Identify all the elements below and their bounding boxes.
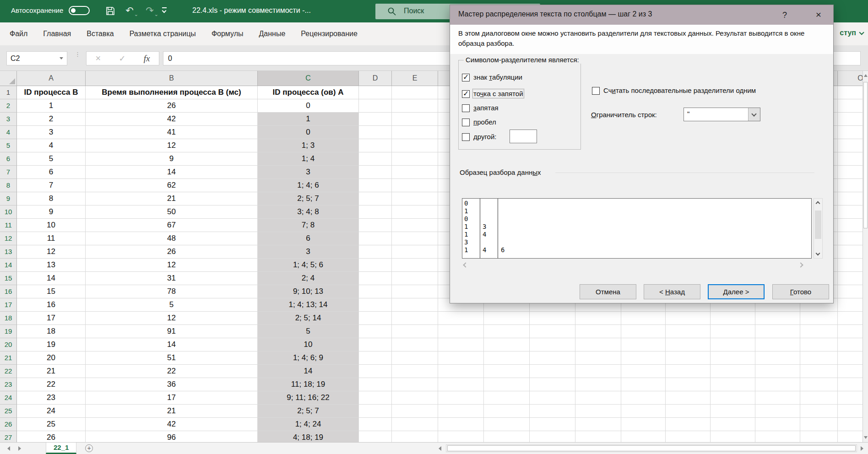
cell-K24[interactable] — [666, 391, 711, 405]
consecutive-checkbox[interactable] — [592, 87, 600, 95]
cell-C4[interactable]: 0 — [258, 126, 359, 139]
cell-G18[interactable] — [484, 312, 530, 325]
consecutive-checkbox-label[interactable]: Считать последовательные разделители одн… — [603, 86, 756, 94]
cell-B14[interactable]: 12 — [86, 259, 258, 272]
semicolon-checkbox-label[interactable]: точка с запятой — [473, 90, 523, 97]
cell-B18[interactable]: 12 — [86, 312, 258, 325]
cell-L19[interactable] — [711, 325, 755, 338]
next-button[interactable]: Далее > — [708, 284, 765, 299]
cell-I22[interactable] — [575, 365, 621, 378]
row-header-3[interactable]: 3 — [0, 113, 17, 126]
cell-D16[interactable] — [359, 285, 392, 298]
cell-E19[interactable] — [392, 325, 438, 338]
cell-E17[interactable] — [392, 298, 438, 312]
tab-checkbox-label[interactable]: знак табуляции — [473, 73, 522, 81]
cell-E9[interactable] — [392, 192, 438, 205]
cell-B10[interactable]: 50 — [86, 205, 258, 219]
cell-H21[interactable] — [530, 351, 575, 365]
cell-L27[interactable] — [711, 431, 755, 442]
preview-scroll-thumb[interactable] — [815, 211, 821, 239]
row-header-26[interactable]: 26 — [0, 418, 17, 431]
cell-E14[interactable] — [392, 259, 438, 272]
semicolon-checkbox[interactable]: ✓ — [462, 90, 470, 98]
cell-A1[interactable]: ID процесса B — [17, 86, 86, 99]
cell-L24[interactable] — [711, 391, 755, 405]
cell-K19[interactable] — [666, 325, 711, 338]
cell-F25[interactable] — [438, 405, 484, 418]
cell-J25[interactable] — [621, 405, 666, 418]
cell-C17[interactable]: 1; 4; 13; 14 — [258, 298, 359, 312]
name-box[interactable]: C2 — [6, 51, 67, 65]
row-header-4[interactable]: 4 — [0, 126, 17, 139]
row-header-24[interactable]: 24 — [0, 391, 17, 405]
cell-B8[interactable]: 62 — [86, 179, 258, 192]
row-header-2[interactable]: 2 — [0, 99, 17, 113]
cell-J27[interactable] — [621, 431, 666, 442]
cell-C2[interactable]: 0 — [258, 99, 359, 113]
cell-E13[interactable] — [392, 245, 438, 259]
cell-N22[interactable] — [800, 365, 838, 378]
cell-H22[interactable] — [530, 365, 575, 378]
cell-D10[interactable] — [359, 205, 392, 219]
cell-A10[interactable]: 9 — [17, 205, 86, 219]
cell-J21[interactable] — [621, 351, 666, 365]
cell-H27[interactable] — [530, 431, 575, 442]
tab-file[interactable]: Файл — [2, 30, 35, 38]
cell-C15[interactable]: 2; 4 — [258, 272, 359, 285]
cell-A24[interactable]: 23 — [17, 391, 86, 405]
cell-J24[interactable] — [621, 391, 666, 405]
cell-E11[interactable] — [392, 219, 438, 232]
cell-D26[interactable] — [359, 418, 392, 431]
cell-D2[interactable] — [359, 99, 392, 113]
cell-L26[interactable] — [711, 418, 755, 431]
cell-C9[interactable]: 2; 5; 7 — [258, 192, 359, 205]
cell-E18[interactable] — [392, 312, 438, 325]
row-header-23[interactable]: 23 — [0, 378, 17, 391]
cell-E15[interactable] — [392, 272, 438, 285]
cell-C19[interactable]: 5 — [258, 325, 359, 338]
row-header-13[interactable]: 13 — [0, 245, 17, 259]
cell-M26[interactable] — [755, 418, 800, 431]
cancel-button[interactable]: Отмена — [580, 284, 636, 299]
cell-C13[interactable]: 3 — [258, 245, 359, 259]
cell-K23[interactable] — [666, 378, 711, 391]
cell-B19[interactable]: 91 — [86, 325, 258, 338]
finish-button[interactable]: Готово — [772, 284, 829, 299]
row-header-21[interactable]: 21 — [0, 351, 17, 365]
row-header-5[interactable]: 5 — [0, 139, 17, 152]
cell-L23[interactable] — [711, 378, 755, 391]
cell-E20[interactable] — [392, 338, 438, 351]
cell-N23[interactable] — [800, 378, 838, 391]
cell-F20[interactable] — [438, 338, 484, 351]
column-header-E[interactable]: E — [392, 71, 438, 86]
cell-N19[interactable] — [800, 325, 838, 338]
help-icon[interactable]: ? — [778, 9, 792, 22]
cell-K26[interactable] — [666, 418, 711, 431]
tab-checkbox[interactable]: ✓ — [462, 74, 470, 81]
cell-A23[interactable]: 22 — [17, 378, 86, 391]
cell-G22[interactable] — [484, 365, 530, 378]
cell-C24[interactable]: 9; 11; 16; 22 — [258, 391, 359, 405]
cell-D15[interactable] — [359, 272, 392, 285]
cell-C20[interactable]: 10 — [258, 338, 359, 351]
cell-G25[interactable] — [484, 405, 530, 418]
row-header-9[interactable]: 9 — [0, 192, 17, 205]
cell-A3[interactable]: 2 — [17, 113, 86, 126]
cell-A22[interactable]: 21 — [17, 365, 86, 378]
scroll-up-icon[interactable] — [864, 74, 868, 77]
cell-A8[interactable]: 7 — [17, 179, 86, 192]
add-sheet-button[interactable]: + — [85, 444, 93, 452]
row-header-19[interactable]: 19 — [0, 325, 17, 338]
insert-function-icon[interactable]: fx — [144, 54, 150, 64]
tab-review[interactable]: Рецензирование — [293, 30, 365, 38]
sheet-vertical-scrollbar[interactable] — [863, 71, 868, 442]
cell-F22[interactable] — [438, 365, 484, 378]
autosave-toggle[interactable] — [69, 6, 90, 15]
cell-J20[interactable] — [621, 338, 666, 351]
cell-E8[interactable] — [392, 179, 438, 192]
cell-C11[interactable]: 7; 8 — [258, 219, 359, 232]
other-checkbox[interactable] — [462, 133, 470, 141]
cancel-entry-icon[interactable]: × — [96, 53, 101, 64]
cell-B15[interactable]: 31 — [86, 272, 258, 285]
combobox-dropdown-button[interactable] — [748, 108, 760, 121]
